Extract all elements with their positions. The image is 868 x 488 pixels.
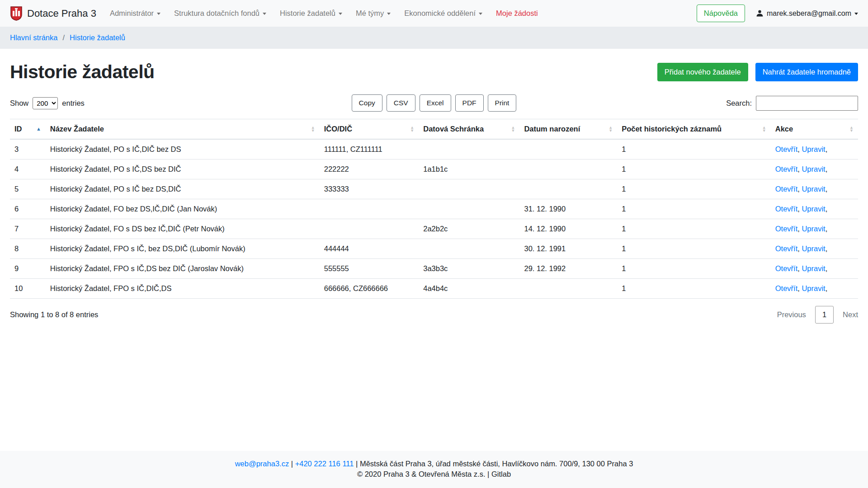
chevron-down-icon: [479, 13, 482, 15]
cell-ico-dic: 444444: [320, 239, 419, 259]
otevrit-link[interactable]: Otevřít: [775, 205, 798, 213]
search-input[interactable]: [756, 96, 858, 111]
column-header-datum-narozeni[interactable]: Datum narození▲▼: [519, 119, 617, 140]
csv-export-button[interactable]: CSV: [387, 94, 415, 112]
breadcrumb-separator: /: [62, 33, 65, 42]
cell-ico-dic: 333333: [320, 179, 419, 199]
column-header-datova-schranka[interactable]: Datová Schránka▲▼: [419, 119, 519, 140]
cell-datova-schranka: [419, 179, 519, 199]
search-label: Search:: [726, 99, 752, 108]
bulk-upload-button[interactable]: Nahrát žadatele hromadně: [755, 63, 858, 81]
pagination-previous[interactable]: Previous: [777, 310, 806, 319]
nav-item-ekonomicke-oddeleni[interactable]: Ekonomické oddělení: [404, 9, 482, 18]
otevrit-link[interactable]: Otevřít: [775, 284, 798, 292]
print-export-button[interactable]: Print: [488, 94, 517, 112]
cell-datova-schranka: 1a1b1c: [419, 160, 519, 179]
nav-item-administrator[interactable]: Administrátor: [110, 9, 160, 18]
cell-nazev-zadatele: Historický Žadatel, PO s IČ bez DS,DIČ: [46, 179, 320, 199]
sort-icon: ▲▼: [410, 126, 414, 132]
footer-separator: |: [291, 460, 293, 468]
entries-label: entries: [62, 99, 85, 108]
help-button[interactable]: Nápověda: [697, 5, 745, 22]
sort-icon: ▲▼: [849, 126, 854, 132]
cell-datum-narozeni: 30. 12. 1991: [519, 239, 617, 259]
cell-akce: Otevřít, Upravit,: [771, 239, 858, 259]
footer-copyright: © 2020 Praha 3 & Otevřená Města z.s. |: [357, 470, 490, 478]
footer-address: Městská část Praha 3, úřad městské části…: [360, 460, 633, 468]
cell-ico-dic: [320, 199, 419, 219]
otevrit-link[interactable]: Otevřít: [775, 225, 798, 233]
cell-datova-schranka: [419, 139, 519, 160]
column-header-nazev-zadatele[interactable]: Název Žadatele▲▼: [46, 119, 320, 140]
cell-datum-narozeni: [519, 179, 617, 199]
cell-ico-dic: 555555: [320, 259, 419, 279]
cell-datum-narozeni: 14. 12. 1990: [519, 219, 617, 239]
breadcrumb-current-link[interactable]: Historie žadatelů: [70, 33, 125, 42]
column-label: Datová Schránka: [423, 125, 484, 133]
add-applicant-button[interactable]: Přidat nového žadatele: [657, 63, 748, 81]
pagination-next[interactable]: Next: [843, 310, 858, 319]
upravit-link[interactable]: Upravit: [802, 225, 825, 233]
nav-item-moje-zadosti[interactable]: Moje žádosti: [496, 9, 538, 18]
chevron-down-icon: [157, 13, 160, 15]
otevrit-link[interactable]: Otevřít: [775, 145, 798, 153]
copy-export-button[interactable]: Copy: [352, 94, 382, 112]
sort-asc-icon: ▲: [36, 127, 41, 131]
pagination-page-1[interactable]: 1: [815, 306, 834, 324]
footer-gitlab-link[interactable]: Gitlab: [491, 470, 511, 478]
table-body: 3Historický Žadatel, PO s IČ,DIČ bez DS1…: [10, 139, 858, 299]
cell-ico-dic: 666666, CZ666666: [320, 279, 419, 299]
cell-datova-schranka: [419, 239, 519, 259]
brand-title: Dotace Praha 3: [27, 8, 96, 19]
column-header-id[interactable]: ID▲: [10, 119, 46, 140]
cell-pocet-zaznamu: 1: [617, 199, 771, 219]
cell-id: 6: [10, 199, 46, 219]
upravit-link[interactable]: Upravit: [802, 264, 825, 272]
otevrit-link[interactable]: Otevřít: [775, 244, 798, 253]
upravit-link[interactable]: Upravit: [802, 165, 825, 173]
footer-phone-link[interactable]: +420 222 116 111: [295, 460, 354, 468]
excel-export-button[interactable]: Excel: [420, 94, 451, 112]
cell-akce: Otevřít, Upravit,: [771, 199, 858, 219]
cell-id: 7: [10, 219, 46, 239]
cell-pocet-zaznamu: 1: [617, 239, 771, 259]
upravit-link[interactable]: Upravit: [802, 205, 825, 213]
nav-item-historie-zadatelu[interactable]: Historie žadatelů: [280, 9, 342, 18]
chevron-down-icon: [263, 13, 266, 15]
sort-icon: ▲▼: [609, 126, 613, 132]
cell-nazev-zadatele: Historický Žadatel, PO s IČ,DS bez DIČ: [46, 160, 320, 179]
cell-pocet-zaznamu: 1: [617, 160, 771, 179]
page-length-select[interactable]: 200: [33, 97, 58, 109]
cell-datum-narozeni: 31. 12. 1990: [519, 199, 617, 219]
nav-item-me-tymy[interactable]: Mé týmy: [356, 9, 391, 18]
upravit-link[interactable]: Upravit: [802, 244, 825, 253]
pdf-export-button[interactable]: PDF: [455, 94, 484, 112]
table-row: 7Historický Žadatel, FO s DS bez IČ,DIČ …: [10, 219, 858, 239]
otevrit-link[interactable]: Otevřít: [775, 264, 798, 272]
column-label: Počet historických záznamů: [622, 125, 722, 133]
show-label: Show: [10, 99, 28, 108]
page-title: Historie žadatelů: [10, 61, 155, 83]
otevrit-link[interactable]: Otevřít: [775, 185, 798, 193]
nav-item-struktura-dotacnich-fondu[interactable]: Struktura dotačních fondů: [174, 9, 266, 18]
upravit-link[interactable]: Upravit: [802, 284, 825, 292]
cell-datova-schranka: [419, 199, 519, 219]
column-header-pocet-historickych-zaznamu[interactable]: Počet historických záznamů▲▼: [617, 119, 771, 140]
otevrit-link[interactable]: Otevřít: [775, 165, 798, 173]
navbar: Dotace Praha 3 AdministrátorStruktura do…: [0, 0, 868, 27]
footer-email-link[interactable]: web@praha3.cz: [235, 460, 289, 468]
breadcrumb-home-link[interactable]: Hlavní stránka: [10, 33, 57, 42]
brand[interactable]: Dotace Praha 3: [10, 6, 96, 21]
upravit-link[interactable]: Upravit: [802, 185, 825, 193]
cell-id: 4: [10, 160, 46, 179]
cell-akce: Otevřít, Upravit,: [771, 279, 858, 299]
user-menu[interactable]: marek.sebera@gmail.com: [756, 9, 858, 18]
column-header-ico-dic[interactable]: IČO/DIČ▲▼: [320, 119, 419, 140]
page-length-control: Show 200 entries: [10, 97, 352, 109]
column-header-akce[interactable]: Akce▲▼: [771, 119, 858, 140]
cell-pocet-zaznamu: 1: [617, 219, 771, 239]
cell-pocet-zaznamu: 1: [617, 259, 771, 279]
upravit-link[interactable]: Upravit: [802, 145, 825, 153]
chevron-down-icon: [854, 13, 858, 15]
table-row: 3Historický Žadatel, PO s IČ,DIČ bez DS1…: [10, 139, 858, 160]
